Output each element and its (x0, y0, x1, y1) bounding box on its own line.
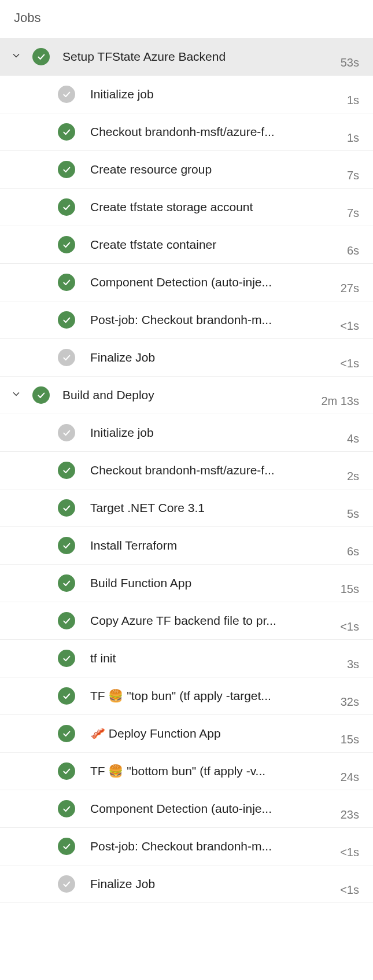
status-success-icon (58, 612, 75, 629)
step-row[interactable]: Initialize job1s (0, 76, 373, 113)
step-row[interactable]: Post-job: Checkout brandonh-m...<1s (0, 828, 373, 865)
step-name: Create resource group (90, 163, 315, 176)
step-row[interactable]: Component Detection (auto-inje...27s (0, 264, 373, 301)
jobs-panel-header: Jobs (0, 0, 373, 38)
step-duration: <1s (324, 319, 359, 338)
status-success-icon (58, 650, 75, 667)
step-duration: 6s (324, 545, 359, 564)
step-row[interactable]: tf init3s (0, 640, 373, 677)
step-duration: 24s (324, 771, 359, 790)
step-row[interactable]: Install Terraform6s (0, 527, 373, 565)
status-success-icon (58, 725, 75, 742)
status-success-icon (58, 198, 75, 216)
step-row[interactable]: Build Function App15s (0, 565, 373, 602)
step-row[interactable]: Create resource group7s (0, 151, 373, 189)
status-neutral-icon (58, 875, 75, 893)
status-success-icon (58, 161, 75, 178)
step-name: Copy Azure TF backend file to pr... (90, 614, 315, 628)
step-name: Post-job: Checkout brandonh-m... (90, 839, 315, 853)
step-row[interactable]: Copy Azure TF backend file to pr...<1s (0, 602, 373, 640)
status-success-icon (58, 311, 75, 329)
step-name: TF 🍔 "bottom bun" (tf apply -v... (90, 764, 315, 778)
job-row[interactable]: Setup TFState Azure Backend53s (0, 38, 373, 76)
step-name: tf init (90, 651, 315, 665)
step-name: Checkout brandonh-msft/azure-f... (90, 463, 315, 477)
status-success-icon (58, 687, 75, 705)
step-duration: 23s (324, 808, 359, 827)
status-neutral-icon (58, 424, 75, 441)
step-row[interactable]: Target .NET Core 3.15s (0, 489, 373, 527)
step-row[interactable]: Post-job: Checkout brandonh-m...<1s (0, 301, 373, 339)
step-duration: <1s (324, 846, 359, 865)
step-duration: 1s (324, 94, 359, 113)
step-duration: 3s (324, 658, 359, 677)
status-success-icon (32, 48, 50, 65)
job-row[interactable]: Build and Deploy2m 13s (0, 377, 373, 414)
step-name: Build Function App (90, 576, 315, 590)
step-duration: 1s (324, 131, 359, 150)
step-row[interactable]: Checkout brandonh-msft/azure-f...2s (0, 452, 373, 489)
step-name: Create tfstate container (90, 238, 315, 252)
step-duration: 5s (324, 507, 359, 526)
status-success-icon (58, 274, 75, 291)
step-row[interactable]: Create tfstate container6s (0, 226, 373, 264)
step-name: Checkout brandonh-msft/azure-f... (90, 125, 315, 139)
step-row[interactable]: Finalize Job<1s (0, 865, 373, 903)
status-success-icon (32, 386, 50, 404)
step-row[interactable]: Checkout brandonh-msft/azure-f...1s (0, 113, 373, 151)
step-row[interactable]: Finalize Job<1s (0, 339, 373, 377)
step-name: Finalize Job (90, 351, 315, 364)
step-row[interactable]: Component Detection (auto-inje...23s (0, 790, 373, 828)
status-neutral-icon (58, 349, 75, 366)
step-duration: <1s (324, 620, 359, 639)
step-duration: 32s (324, 695, 359, 714)
step-duration: 7s (324, 207, 359, 226)
step-duration: 4s (324, 432, 359, 451)
step-name: Post-job: Checkout brandonh-m... (90, 313, 315, 327)
job-duration: 53s (324, 56, 359, 75)
chevron-down-icon (10, 388, 22, 402)
step-duration: 15s (324, 583, 359, 602)
step-duration: 2s (324, 470, 359, 489)
status-success-icon (58, 462, 75, 479)
step-duration: 7s (324, 169, 359, 188)
step-name: Create tfstate storage account (90, 200, 315, 214)
step-name: Component Detection (auto-inje... (90, 802, 315, 816)
step-name: Initialize job (90, 426, 315, 440)
step-duration: <1s (324, 357, 359, 376)
job-name: Setup TFState Azure Backend (62, 50, 315, 64)
step-duration: 6s (324, 244, 359, 263)
step-name: Component Detection (auto-inje... (90, 275, 315, 289)
status-neutral-icon (58, 86, 75, 103)
step-row[interactable]: Initialize job4s (0, 414, 373, 452)
step-name: Initialize job (90, 87, 315, 101)
status-success-icon (58, 574, 75, 592)
jobs-list: Setup TFState Azure Backend53sInitialize… (0, 38, 373, 903)
step-duration: 27s (324, 282, 359, 301)
status-success-icon (58, 838, 75, 855)
chevron-down-icon (10, 50, 22, 64)
job-duration: 2m 13s (321, 395, 359, 414)
step-name: Finalize Job (90, 877, 315, 891)
step-name: Install Terraform (90, 539, 315, 552)
step-row[interactable]: TF 🍔 "top bun" (tf apply -target...32s (0, 677, 373, 715)
status-success-icon (58, 236, 75, 253)
step-duration: 15s (324, 733, 359, 752)
status-success-icon (58, 537, 75, 554)
step-duration: <1s (324, 883, 359, 902)
status-success-icon (58, 123, 75, 141)
job-name: Build and Deploy (62, 388, 312, 402)
step-name: Target .NET Core 3.1 (90, 501, 315, 515)
status-success-icon (58, 800, 75, 817)
status-success-icon (58, 762, 75, 780)
status-success-icon (58, 499, 75, 517)
step-row[interactable]: TF 🍔 "bottom bun" (tf apply -v...24s (0, 753, 373, 790)
step-row[interactable]: Create tfstate storage account7s (0, 189, 373, 226)
step-name: 🥓 Deploy Function App (90, 727, 315, 740)
step-row[interactable]: 🥓 Deploy Function App15s (0, 715, 373, 753)
step-name: TF 🍔 "top bun" (tf apply -target... (90, 689, 315, 703)
